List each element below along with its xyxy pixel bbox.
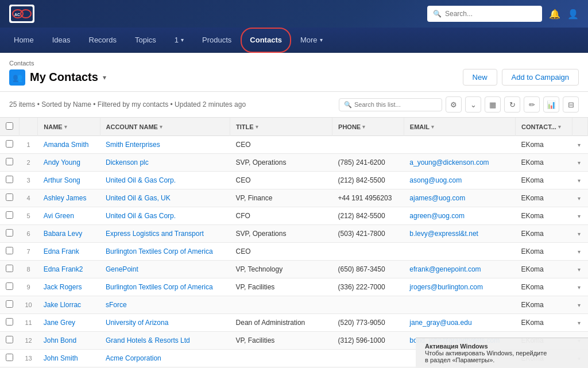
global-search-input[interactable] [445,10,536,18]
account-name-link[interactable]: sForce [106,301,127,309]
row-action-cell[interactable]: ▾ [572,243,587,261]
row-checkbox-cell[interactable] [0,172,20,189]
row-action-dropdown[interactable]: ▾ [578,266,581,273]
nav-more[interactable]: More ▾ [291,28,332,53]
email-link[interactable]: efrank@genepoint.com [409,265,481,273]
row-checkbox[interactable] [6,140,13,148]
row-action-cell[interactable]: ▾ [572,154,587,172]
account-name-link[interactable]: United Oil & Gas Corp. [106,212,176,220]
row-action-dropdown[interactable]: ▾ [578,142,581,148]
filter-btn[interactable]: ⊟ [563,96,579,113]
row-action-cell[interactable]: ▾ [572,225,587,243]
sort-account[interactable]: Account Name ▾ [106,123,163,130]
nav-1[interactable]: 1 ▾ [165,28,193,53]
row-checkbox[interactable] [6,336,13,343]
account-name-link[interactable]: Burlington Textiles Corp of America [106,247,213,255]
add-to-campaign-button[interactable]: Add to Campaign [502,69,579,86]
settings-icon-btn[interactable]: ⚙ [446,96,462,113]
account-name-link[interactable]: Dickenson plc [106,158,149,166]
row-action-cell[interactable]: ▾ [572,189,587,207]
email-link[interactable]: a_young@dickenson.com [409,158,489,166]
contact-name-link[interactable]: Jack Rogers [44,283,82,291]
account-name-link[interactable]: Grand Hotels & Resorts Ltd [106,336,190,344]
account-name-link[interactable]: United Oil & Gas Corp. [106,176,176,184]
row-action-dropdown[interactable]: ▾ [578,231,581,237]
nav-topics[interactable]: Topics [126,28,165,53]
contact-name-link[interactable]: Edna Frank [44,247,79,255]
sort-name[interactable]: Name ▾ [44,123,67,130]
row-checkbox[interactable] [6,300,13,308]
row-checkbox[interactable] [6,158,13,165]
row-checkbox[interactable] [6,176,13,183]
row-checkbox[interactable] [6,193,13,201]
row-checkbox-cell[interactable] [0,136,20,154]
account-name-link[interactable]: United Oil & Gas, UK [106,194,171,202]
contact-name-link[interactable]: Avi Green [44,212,74,220]
row-checkbox-cell[interactable] [0,350,20,367]
email-link[interactable]: jane_gray@uoa.edu [409,319,471,327]
row-checkbox-cell[interactable] [0,225,20,243]
account-name-link[interactable]: Smith Enterprises [106,141,160,149]
row-action-cell[interactable]: ▾ [572,172,587,189]
email-link[interactable]: agreen@uog.com [409,212,465,220]
row-action-dropdown[interactable]: ▾ [578,195,581,202]
email-link[interactable]: jrogers@burlington.com [409,283,483,291]
row-checkbox-cell[interactable] [0,189,20,207]
row-checkbox-cell[interactable] [0,207,20,225]
nav-contacts[interactable]: Contacts [241,28,291,53]
row-action-cell[interactable]: ▾ [572,136,587,154]
row-checkbox-cell[interactable] [0,261,20,278]
row-action-dropdown[interactable]: ▾ [578,249,581,255]
nav-records[interactable]: Records [80,28,126,53]
contact-name-link[interactable]: Jane Grey [44,319,75,327]
list-search-input[interactable] [354,101,437,108]
row-checkbox-cell[interactable] [0,314,20,332]
nav-products[interactable]: Products [193,28,241,53]
row-checkbox[interactable] [6,354,13,361]
contact-name-link[interactable]: Amanda Smith [44,141,89,149]
row-checkbox[interactable] [6,265,13,272]
email-link[interactable]: b.levy@expressl&t.net [409,230,478,238]
row-action-cell[interactable]: ▾ [572,261,587,278]
contact-name-link[interactable]: Arthur Song [44,176,80,184]
row-action-cell[interactable]: ▾ [572,314,587,332]
page-title-dropdown[interactable]: ▾ [103,73,106,82]
select-all-checkbox[interactable] [6,122,13,130]
row-checkbox-cell[interactable] [0,243,20,261]
row-checkbox-cell[interactable] [0,278,20,296]
row-action-cell[interactable]: ▾ [572,278,587,296]
notifications-icon[interactable]: 🔔 [549,9,560,20]
chevron-icon-btn[interactable]: ⌄ [465,96,481,113]
row-checkbox-cell[interactable] [0,154,20,172]
row-action-dropdown[interactable]: ▾ [578,302,581,308]
row-checkbox-cell[interactable] [0,296,20,314]
row-action-dropdown[interactable]: ▾ [578,320,581,326]
contact-name-link[interactable]: Andy Young [44,158,80,166]
sort-email[interactable]: Email ▾ [410,123,434,130]
row-action-cell[interactable]: ▾ [572,296,587,314]
list-search-box[interactable]: 🔍 [339,98,442,111]
contact-name-link[interactable]: Babara Levy [44,230,82,238]
row-action-dropdown[interactable]: ▾ [578,160,581,166]
account-name-link[interactable]: Express Logistics and Transport [106,230,204,238]
row-action-dropdown[interactable]: ▾ [578,284,581,290]
col-name[interactable]: Name ▾ [38,118,100,136]
col-contact-owner[interactable]: Contact... ▾ [515,118,572,136]
row-checkbox-cell[interactable] [0,332,20,350]
col-title[interactable]: Title ▾ [230,118,332,136]
global-search-box[interactable]: 🔍 [427,6,542,22]
email-link[interactable]: asong@uog.com [409,176,462,184]
col-account[interactable]: Account Name ▾ [100,118,230,136]
sort-contact-owner[interactable]: Contact... ▾ [521,123,561,130]
row-checkbox[interactable] [6,247,13,254]
email-link[interactable]: ajames@uog.com [409,194,465,202]
sort-phone[interactable]: Phone ▾ [338,123,365,130]
account-name-link[interactable]: Burlington Textiles Corp of America [106,283,213,291]
chart-btn[interactable]: 📊 [543,96,559,113]
contact-name-link[interactable]: Ashley James [44,194,87,202]
row-checkbox[interactable] [6,211,13,219]
row-action-cell[interactable]: ▾ [572,207,587,225]
account-name-link[interactable]: University of Arizona [106,319,168,327]
contact-name-link[interactable]: John Smith [44,354,78,362]
account-name-link[interactable]: GenePoint [106,265,138,273]
